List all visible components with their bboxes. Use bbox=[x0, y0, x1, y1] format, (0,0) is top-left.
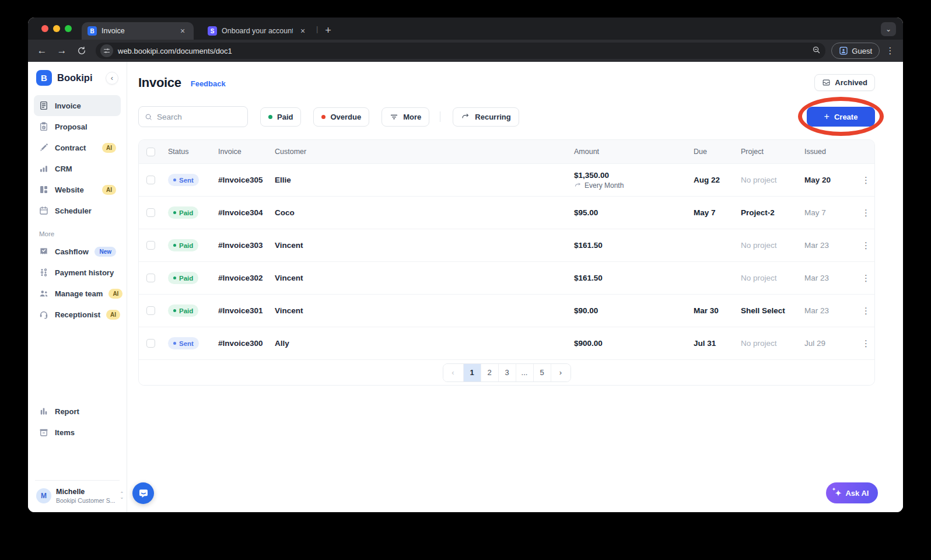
status-badge: Sent bbox=[168, 174, 199, 186]
url-bar[interactable]: web.bookipi.com/documents/doc1 bbox=[96, 43, 825, 59]
zoom-page-icon[interactable] bbox=[812, 46, 821, 57]
column-due: Due bbox=[694, 148, 741, 156]
forward-icon[interactable]: → bbox=[54, 43, 70, 59]
sidebar-item-crm[interactable]: CRM bbox=[34, 158, 121, 179]
more-section-label: More bbox=[39, 230, 121, 237]
browser-menu-kebab-icon[interactable]: ⋮ bbox=[883, 46, 897, 56]
create-button[interactable]: + Create bbox=[807, 107, 875, 127]
tab-close-icon[interactable]: × bbox=[177, 26, 188, 36]
manage-team-icon bbox=[38, 288, 49, 299]
status-dot-icon bbox=[173, 178, 176, 181]
table-row[interactable]: Sent #Invoice305 Ellie $1,350.00 Every M… bbox=[139, 163, 874, 196]
tab-onboard[interactable]: S Onboard your account × bbox=[202, 22, 314, 40]
ask-ai-button[interactable]: ✦✦ Ask AI bbox=[826, 482, 878, 503]
row-actions-kebab-icon[interactable]: ⋮ bbox=[857, 303, 875, 318]
issued-date: Mar 23 bbox=[804, 274, 857, 282]
project: No project bbox=[741, 241, 804, 250]
search-box[interactable] bbox=[138, 106, 248, 127]
zoom-window-button[interactable] bbox=[65, 25, 72, 32]
row-actions-kebab-icon[interactable]: ⋮ bbox=[857, 205, 875, 220]
url-text: web.bookipi.com/documents/doc1 bbox=[118, 47, 807, 55]
sidebar-item-scheduler[interactable]: Scheduler bbox=[34, 200, 121, 221]
tab-search-chevron-icon[interactable]: ⌄ bbox=[881, 22, 896, 36]
reload-icon[interactable] bbox=[74, 43, 90, 59]
invoice-number: #Invoice300 bbox=[218, 339, 275, 348]
archived-button[interactable]: Archived bbox=[814, 74, 875, 91]
pagination-page-3[interactable]: 3 bbox=[498, 364, 516, 382]
due-date: Jul 31 bbox=[694, 339, 741, 348]
invoice-table: Status Invoice Customer Amount Due Proje… bbox=[138, 139, 875, 386]
website-icon bbox=[38, 184, 49, 195]
sidebar-item-website[interactable]: Website AI bbox=[34, 179, 121, 200]
user-menu[interactable]: M Michelle Bookipi Customer S... ⌃⌄ bbox=[34, 487, 121, 506]
pagination-next-icon[interactable]: › bbox=[551, 364, 570, 382]
close-window-button[interactable] bbox=[41, 25, 48, 32]
row-actions-kebab-icon[interactable]: ⋮ bbox=[857, 173, 875, 188]
back-icon[interactable]: ← bbox=[34, 43, 50, 59]
row-checkbox[interactable] bbox=[146, 274, 155, 282]
page-content: B Bookipi ‹ Invoice Proposal Contract AI… bbox=[28, 62, 903, 512]
chat-widget-button[interactable] bbox=[132, 482, 154, 504]
table-row[interactable]: Sent #Invoice300 Ally $900.00 Jul 31 No … bbox=[139, 327, 874, 359]
search-input[interactable] bbox=[157, 113, 242, 121]
filter-paid[interactable]: Paid bbox=[260, 107, 301, 127]
table-row[interactable]: Paid #Invoice301 Vincent $90.00 Mar 30 S… bbox=[139, 294, 874, 327]
row-actions-kebab-icon[interactable]: ⋮ bbox=[857, 271, 875, 286]
pagination-prev-icon[interactable]: ‹ bbox=[443, 364, 463, 382]
row-actions-kebab-icon[interactable]: ⋮ bbox=[857, 336, 875, 351]
sidebar-item-receptionist[interactable]: Receptionist AI bbox=[34, 304, 121, 325]
row-checkbox[interactable] bbox=[146, 241, 155, 250]
guest-label: Guest bbox=[852, 47, 872, 55]
pagination-page-2[interactable]: 2 bbox=[481, 364, 498, 382]
recurring-icon bbox=[574, 181, 582, 189]
new-tab-button[interactable]: + bbox=[320, 23, 335, 38]
minimize-window-button[interactable] bbox=[53, 25, 60, 32]
plus-icon: + bbox=[824, 111, 830, 122]
ask-ai-label: Ask AI bbox=[845, 489, 869, 498]
select-all-checkbox[interactable] bbox=[146, 148, 155, 156]
status-dot-icon bbox=[173, 342, 176, 345]
sidebar-item-report[interactable]: Report bbox=[34, 401, 121, 422]
status-label: Sent bbox=[179, 340, 194, 347]
traffic-lights bbox=[41, 25, 72, 32]
profile-guest-button[interactable]: Guest bbox=[831, 43, 880, 59]
row-checkbox[interactable] bbox=[146, 339, 155, 348]
pagination-ellipsis[interactable]: ... bbox=[516, 364, 533, 382]
sidebar-spacer bbox=[34, 325, 121, 401]
feedback-link[interactable]: Feedback bbox=[191, 79, 226, 88]
row-checkbox[interactable] bbox=[146, 306, 155, 315]
row-actions-kebab-icon[interactable]: ⋮ bbox=[857, 238, 875, 253]
table-row[interactable]: Paid #Invoice303 Vincent $161.50 No proj… bbox=[139, 229, 874, 261]
tab-label: Onboard your account bbox=[222, 27, 293, 35]
table-row[interactable]: Paid #Invoice302 Vincent $161.50 No proj… bbox=[139, 261, 874, 294]
sidebar-item-proposal[interactable]: Proposal bbox=[34, 116, 121, 137]
project: Shell Select bbox=[741, 306, 804, 315]
sidebar-collapse-icon[interactable]: ‹ bbox=[106, 72, 118, 85]
sidebar-item-invoice[interactable]: Invoice bbox=[34, 95, 121, 116]
tab-close-icon[interactable]: × bbox=[298, 26, 308, 36]
ai-badge: AI bbox=[102, 185, 116, 195]
sidebar-item-contract[interactable]: Contract AI bbox=[34, 137, 121, 158]
sidebar-item-items[interactable]: Items bbox=[34, 422, 121, 443]
sidebar-item-cashflow[interactable]: Cashflow New bbox=[34, 241, 121, 262]
filter-overdue[interactable]: Overdue bbox=[313, 107, 369, 127]
row-checkbox[interactable] bbox=[146, 208, 155, 217]
sidebar-item-manage-team[interactable]: Manage team AI bbox=[34, 283, 121, 304]
filter-recurring[interactable]: Recurring bbox=[453, 107, 519, 127]
sidebar-item-payment-history[interactable]: Payment history bbox=[34, 262, 121, 283]
status-label: Paid bbox=[179, 209, 193, 216]
row-checkbox[interactable] bbox=[146, 176, 155, 184]
filter-more[interactable]: More bbox=[382, 107, 429, 127]
items-icon bbox=[38, 427, 49, 438]
sidebar: B Bookipi ‹ Invoice Proposal Contract AI… bbox=[28, 62, 127, 512]
site-settings-icon[interactable] bbox=[100, 44, 113, 57]
pagination-page-1[interactable]: 1 bbox=[463, 364, 481, 382]
receptionist-icon bbox=[38, 309, 49, 320]
status-badge: Paid bbox=[168, 206, 198, 219]
project: No project bbox=[741, 339, 804, 348]
pagination-page-5[interactable]: 5 bbox=[533, 364, 551, 382]
due-date: Mar 30 bbox=[694, 306, 741, 315]
tab-invoice[interactable]: B Invoice × bbox=[82, 22, 194, 40]
table-row[interactable]: Paid #Invoice304 Coco $95.00 May 7 Proje… bbox=[139, 196, 874, 229]
table-body: Sent #Invoice305 Ellie $1,350.00 Every M… bbox=[139, 163, 874, 359]
